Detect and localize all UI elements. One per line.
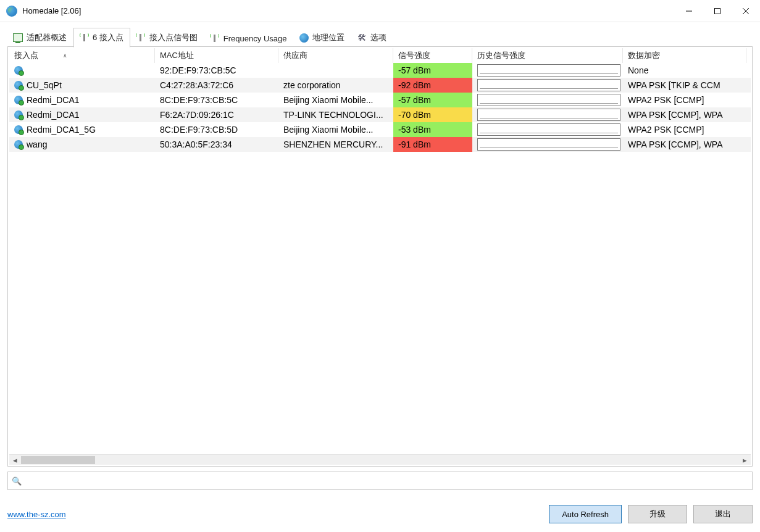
cell-encryption: WPA2 PSK [CCMP]: [623, 122, 746, 137]
tab-access-points[interactable]: 6 接入点: [73, 28, 130, 48]
sort-indicator-icon: ∧: [63, 52, 67, 59]
minimize-button[interactable]: [675, 0, 703, 22]
table-body: 92:DE:F9:73:CB:5C-57 dBmNoneCU_5qPtC4:27…: [9, 63, 751, 454]
cell-mac: 92:DE:F9:73:CB:5C: [155, 63, 278, 78]
scroll-right-icon[interactable]: ▸: [740, 455, 750, 465]
tab-label: 地理位置: [312, 32, 345, 43]
ap-name: Redmi_DCA1: [27, 95, 80, 105]
col-history[interactable]: 历史信号强度: [472, 48, 623, 63]
svg-rect-1: [715, 8, 720, 14]
table-row[interactable]: wang50:3A:A0:5F:23:34SHENZHEN MERCURY...…: [9, 137, 751, 152]
col-label: 数据加密: [628, 50, 660, 61]
app-icon: [6, 6, 17, 17]
footer: www.the-sz.com Auto Refresh 升级 退出: [0, 497, 760, 532]
maximize-button[interactable]: [703, 0, 732, 22]
cell-signal: -57 dBm: [393, 63, 472, 78]
col-signal[interactable]: 信号强度: [393, 48, 472, 63]
upgrade-button[interactable]: 升级: [628, 505, 687, 523]
globe-icon: [299, 33, 309, 43]
tab-adapter-overview[interactable]: 适配器概述: [7, 28, 73, 47]
network-icon: [14, 96, 23, 104]
history-sparkline: [477, 94, 620, 106]
scroll-left-icon[interactable]: ◂: [10, 455, 20, 465]
cell-vendor: Beijing Xiaomi Mobile...: [278, 122, 393, 137]
scroll-thumb[interactable]: [21, 456, 95, 464]
cell-vendor: SHENZHEN MERCURY...: [278, 137, 393, 152]
network-icon: [14, 66, 23, 75]
scroll-track[interactable]: [21, 456, 739, 464]
col-label: MAC地址: [160, 50, 194, 61]
cell-encryption: WPA2 PSK [CCMP]: [623, 93, 746, 107]
exit-button[interactable]: 退出: [693, 505, 753, 523]
cell-access-point: CU_5qPt: [9, 78, 155, 93]
tools-icon: 🛠: [357, 33, 367, 43]
col-mac[interactable]: MAC地址: [155, 48, 278, 63]
auto-refresh-button[interactable]: Auto Refresh: [549, 505, 622, 523]
col-label: 历史信号强度: [477, 50, 525, 61]
window-title: Homedale [2.06]: [22, 6, 81, 15]
horizontal-scrollbar[interactable]: ◂ ▸: [9, 454, 751, 465]
cell-history: [472, 137, 623, 152]
website-link[interactable]: www.the-sz.com: [7, 510, 66, 519]
tab-label: 6 接入点: [93, 32, 123, 43]
search-icon: 🔍: [12, 476, 22, 486]
cell-signal: -92 dBm: [393, 78, 472, 93]
table-row[interactable]: CU_5qPtC4:27:28:A3:72:C6zte corporation-…: [9, 78, 751, 93]
history-sparkline: [477, 123, 620, 136]
tab-geolocation[interactable]: 地理位置: [293, 28, 351, 47]
ap-name: Redmi_DCA1: [27, 110, 80, 120]
cell-mac: 50:3A:A0:5F:23:34: [155, 137, 278, 152]
col-vendor[interactable]: 供应商: [278, 48, 393, 63]
antenna-icon: [136, 33, 146, 43]
access-point-table-frame: 接入点 ∧ MAC地址 供应商 信号强度 历史信号强度 数据加密 92:DE:F…: [7, 46, 753, 467]
title-bar: Homedale [2.06]: [0, 0, 760, 22]
cell-history: [472, 122, 623, 137]
cell-history: [472, 63, 623, 78]
history-sparkline: [477, 79, 620, 91]
tab-options[interactable]: 🛠 选项: [351, 28, 393, 47]
history-sparkline: [477, 109, 620, 121]
cell-encryption: WPA PSK [CCMP], WPA: [623, 107, 746, 122]
cell-history: [472, 107, 623, 122]
cell-signal: -53 dBm: [393, 122, 472, 137]
cell-access-point: Redmi_DCA1: [9, 107, 155, 122]
network-icon: [14, 110, 23, 119]
cell-signal: -57 dBm: [393, 93, 472, 107]
cell-vendor: Beijing Xiaomi Mobile...: [278, 93, 393, 107]
cell-signal: -91 dBm: [393, 137, 472, 152]
cell-vendor: TP-LINK TECHNOLOGI...: [278, 107, 393, 122]
search-input[interactable]: [25, 472, 748, 489]
network-icon: [14, 140, 23, 149]
cell-vendor: [278, 63, 393, 78]
cell-encryption: None: [623, 63, 746, 78]
ap-name: Redmi_DCA1_5G: [27, 125, 96, 135]
table-row[interactable]: Redmi_DCA1F6:2A:7D:09:26:1CTP-LINK TECHN…: [9, 107, 751, 122]
close-button[interactable]: [732, 0, 760, 22]
ap-name: wang: [27, 139, 47, 149]
table-row[interactable]: Redmi_DCA1_5G8C:DE:F9:73:CB:5DBeijing Xi…: [9, 122, 751, 137]
tab-signal-graph[interactable]: 接入点信号图: [130, 28, 204, 47]
cell-access-point: [9, 63, 155, 78]
col-label: 供应商: [283, 50, 307, 61]
tab-label: Frequency Usage: [223, 34, 287, 43]
tab-frequency-usage[interactable]: Frequency Usage: [204, 29, 294, 47]
cell-mac: F6:2A:7D:09:26:1C: [155, 107, 278, 122]
cell-encryption: WPA PSK [TKIP & CCM: [623, 78, 746, 93]
table-row[interactable]: Redmi_DCA18C:DE:F9:73:CB:5CBeijing Xiaom…: [9, 93, 751, 107]
history-sparkline: [477, 64, 620, 77]
col-encryption[interactable]: 数据加密: [623, 48, 746, 63]
col-access-point[interactable]: 接入点 ∧: [9, 48, 155, 63]
cell-mac: 8C:DE:F9:73:CB:5D: [155, 122, 278, 137]
monitor-icon: [13, 33, 23, 43]
cell-mac: C4:27:28:A3:72:C6: [155, 78, 278, 93]
network-icon: [14, 81, 23, 89]
cell-vendor: zte corporation: [278, 78, 393, 93]
antenna-icon: [79, 33, 89, 43]
cell-encryption: WPA PSK [CCMP], WPA: [623, 137, 746, 152]
table-header: 接入点 ∧ MAC地址 供应商 信号强度 历史信号强度 数据加密: [9, 48, 751, 63]
network-icon: [14, 125, 23, 134]
cell-signal: -70 dBm: [393, 107, 472, 122]
search-bar: 🔍: [7, 472, 753, 490]
table-row[interactable]: 92:DE:F9:73:CB:5C-57 dBmNone: [9, 63, 751, 78]
cell-access-point: Redmi_DCA1: [9, 93, 155, 107]
